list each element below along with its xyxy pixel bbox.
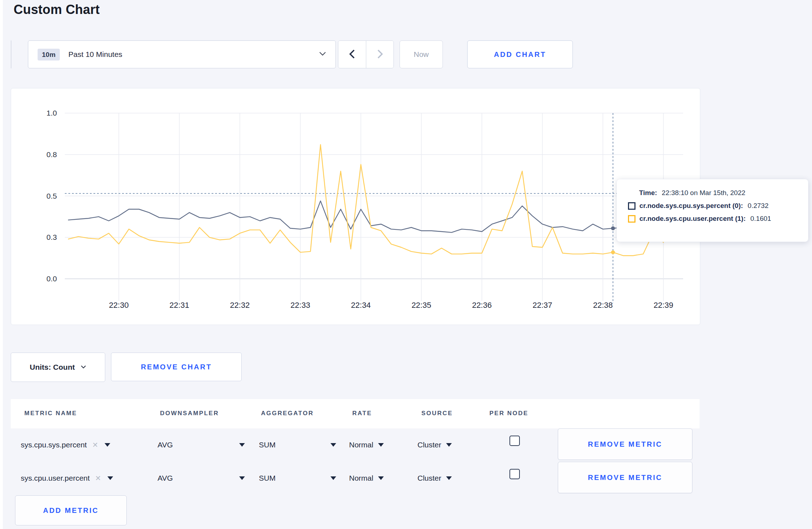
sys-series-swatch-icon: [628, 202, 635, 210]
clear-metric-icon[interactable]: ✕: [95, 474, 101, 482]
metric-name-select[interactable]: sys.cpu.user.percent ✕: [21, 462, 113, 495]
source-select[interactable]: Cluster: [417, 428, 452, 461]
source-select[interactable]: Cluster: [417, 462, 452, 495]
aggregator-select[interactable]: SUM: [259, 428, 336, 461]
dropdown-caret-icon: [446, 443, 452, 447]
svg-text:22:37: 22:37: [532, 301, 552, 310]
remove-metric-button[interactable]: REMOVE METRIC: [558, 428, 692, 460]
svg-text:22:33: 22:33: [290, 301, 310, 310]
chevron-left-icon: [349, 49, 355, 60]
clear-metric-icon[interactable]: ✕: [92, 441, 98, 449]
col-header-rate: RATE: [352, 410, 372, 417]
next-range-button[interactable]: [366, 41, 394, 68]
col-header-downsampler: DOWNSAMPLER: [160, 410, 219, 417]
metrics-table-header: METRIC NAME DOWNSAMPLER AGGREGATOR RATE …: [11, 399, 700, 428]
add-metric-button[interactable]: ADD METRIC: [15, 495, 127, 525]
time-range-select[interactable]: 10m Past 10 Minutes: [28, 40, 336, 68]
chart-card[interactable]: 0.00.30.50.81.022:3022:3122:3222:3322:34…: [11, 88, 700, 325]
per-node-checkbox[interactable]: [509, 469, 520, 479]
dropdown-caret-icon: [378, 476, 384, 480]
svg-text:22:32: 22:32: [230, 301, 250, 310]
dropdown-caret-icon: [446, 476, 452, 480]
add-chart-button[interactable]: ADD CHART: [467, 40, 573, 68]
downsampler-select[interactable]: AVG: [158, 462, 245, 495]
col-header-source: SOURCE: [421, 410, 453, 417]
per-node-checkbox[interactable]: [509, 436, 520, 446]
dropdown-caret-icon[interactable]: [107, 476, 113, 480]
svg-text:1.0: 1.0: [47, 109, 57, 117]
col-header-metric-name: METRIC NAME: [24, 410, 77, 417]
dropdown-caret-icon: [378, 443, 384, 447]
units-select[interactable]: Units: Count: [11, 353, 105, 382]
remove-metric-button[interactable]: REMOVE METRIC: [558, 462, 692, 493]
dropdown-caret-icon: [239, 476, 245, 480]
svg-text:0.0: 0.0: [47, 275, 57, 283]
source-value: Cluster: [417, 441, 441, 449]
prev-range-button[interactable]: [338, 41, 366, 68]
svg-text:22:30: 22:30: [109, 301, 129, 310]
rate-value: Normal: [349, 441, 373, 449]
aggregator-value: SUM: [259, 441, 276, 449]
metric-row: sys.cpu.user.percent ✕ AVG SUM Normal Cl…: [11, 462, 700, 495]
downsampler-value: AVG: [158, 441, 173, 449]
col-header-per-node: PER NODE: [489, 410, 528, 417]
metric-name-value: sys.cpu.user.percent: [21, 474, 90, 482]
dropdown-caret-icon: [239, 443, 245, 447]
svg-text:22:38: 22:38: [593, 301, 613, 310]
dropdown-caret-icon: [330, 476, 336, 480]
col-header-aggregator: AGGREGATOR: [261, 410, 314, 417]
tooltip-time-value: 22:38:10 on Mar 15th, 2022: [662, 189, 745, 197]
chevron-down-icon: [319, 51, 326, 58]
svg-text:22:39: 22:39: [653, 301, 673, 310]
time-nav-group: [338, 40, 394, 68]
chevron-right-icon: [377, 49, 383, 60]
tooltip-series-label: cr.node.sys.cpu.sys.percent (0):: [639, 202, 743, 210]
svg-text:22:31: 22:31: [169, 301, 189, 310]
tooltip-series-value: 0.2732: [748, 202, 768, 210]
dropdown-caret-icon: [330, 443, 336, 447]
tooltip-series-row: cr.node.sys.cpu.user.percent (1): 0.1601: [628, 215, 799, 223]
now-button[interactable]: Now: [400, 40, 443, 68]
tooltip-series-value: 0.1601: [750, 215, 771, 223]
time-range-badge: 10m: [38, 49, 60, 60]
svg-text:0.8: 0.8: [47, 150, 57, 159]
dropdown-caret-icon[interactable]: [105, 443, 110, 447]
svg-text:0.3: 0.3: [47, 233, 57, 241]
metric-name-select[interactable]: sys.cpu.sys.percent ✕: [21, 428, 110, 461]
chevron-down-icon: [81, 364, 86, 370]
remove-chart-button[interactable]: REMOVE CHART: [111, 353, 242, 381]
svg-text:22:35: 22:35: [411, 301, 431, 310]
units-label: Units: Count: [30, 363, 75, 372]
tooltip-time-label: Time:: [639, 189, 657, 197]
metric-row: sys.cpu.sys.percent ✕ AVG SUM Normal Clu…: [11, 428, 700, 461]
rate-value: Normal: [349, 474, 373, 482]
per-node-cell: [509, 457, 520, 490]
rate-select[interactable]: Normal: [349, 428, 384, 461]
time-range-label: Past 10 Minutes: [68, 50, 122, 59]
source-value: Cluster: [417, 474, 441, 482]
svg-text:0.5: 0.5: [47, 192, 57, 200]
aggregator-value: SUM: [259, 474, 276, 482]
tooltip-time-row: Time: 22:38:10 on Mar 15th, 2022: [628, 189, 799, 197]
per-node-cell: [509, 424, 520, 457]
downsampler-select[interactable]: AVG: [158, 428, 245, 461]
page-title: Custom Chart: [14, 2, 100, 17]
tooltip-series-row: cr.node.sys.cpu.sys.percent (0): 0.2732: [628, 202, 799, 210]
downsampler-value: AVG: [158, 474, 173, 482]
tooltip-series-label: cr.node.sys.cpu.user.percent (1):: [639, 215, 746, 223]
svg-text:22:36: 22:36: [472, 301, 492, 310]
toolbar-divider: [11, 40, 11, 68]
svg-text:22:34: 22:34: [351, 301, 371, 310]
custom-chart-page: Custom Chart 10m Past 10 Minutes Now ADD…: [0, 0, 812, 529]
user-series-swatch-icon: [628, 215, 635, 223]
rate-select[interactable]: Normal: [349, 462, 384, 495]
aggregator-select[interactable]: SUM: [259, 462, 336, 495]
metric-name-value: sys.cpu.sys.percent: [21, 441, 87, 449]
timeseries-chart: 0.00.30.50.81.022:3022:3122:3222:3322:34…: [11, 88, 699, 324]
chart-tooltip: Time: 22:38:10 on Mar 15th, 2022 cr.node…: [617, 179, 808, 242]
